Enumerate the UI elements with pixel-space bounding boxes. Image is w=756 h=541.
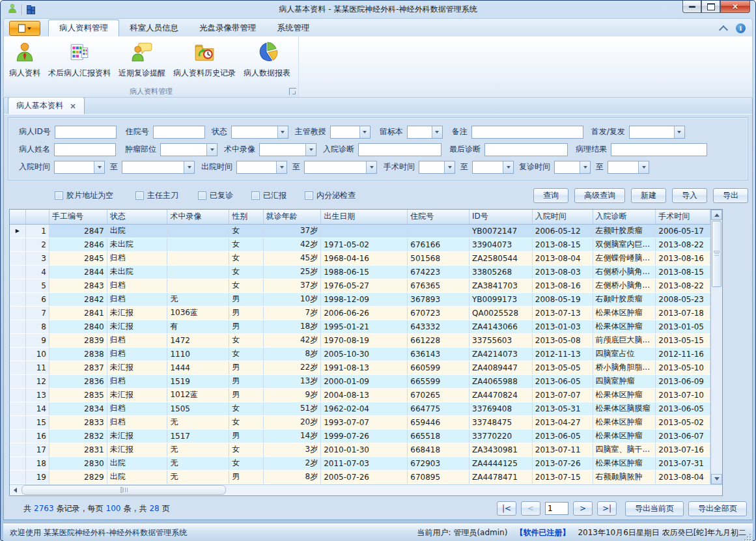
cell[interactable]: 2839 <box>49 333 107 347</box>
cell[interactable]: 未汇报 <box>107 429 167 443</box>
cell[interactable]: 2013-07-13 <box>532 306 593 320</box>
cell[interactable]: ZA4089447 <box>469 361 533 374</box>
cell[interactable] <box>167 279 229 292</box>
cell[interactable]: 男 <box>229 374 263 388</box>
cell[interactable]: 37岁 <box>263 224 321 238</box>
cell[interactable]: 2831 <box>49 443 107 456</box>
cell[interactable]: 2834 <box>49 402 107 415</box>
cell[interactable]: 2013-05-08 <box>532 333 593 347</box>
cell[interactable]: 归档 <box>107 402 167 415</box>
row-number[interactable]: 15 <box>25 415 49 429</box>
cell[interactable]: ZA4444125 <box>469 456 533 470</box>
surgery-time-from-combo[interactable] <box>419 161 455 174</box>
table-row[interactable]: 32845归档女45岁1968-04-16501568ZA25805442013… <box>10 251 710 265</box>
cell[interactable]: 2012-11-13 <box>532 347 593 361</box>
cell[interactable]: 有 <box>167 320 229 333</box>
cell[interactable]: 2013-06-05 <box>532 429 593 443</box>
cell[interactable]: 33904073 <box>469 238 533 251</box>
cell[interactable]: 左额叶胶质瘤 <box>593 224 656 238</box>
cell[interactable]: 男 <box>229 361 263 374</box>
cell[interactable]: 松果体区肿瘤 <box>593 320 656 333</box>
cell[interactable]: ZA4470824 <box>469 388 533 402</box>
cell[interactable]: 2006-05-12 <box>532 224 593 238</box>
cell[interactable]: ZA3430981 <box>469 443 533 456</box>
cell[interactable]: 出院 <box>107 224 167 238</box>
ribbon-collapse-icon[interactable] <box>719 25 728 34</box>
cell[interactable]: 无 <box>167 456 229 470</box>
chevron-down-icon[interactable] <box>277 126 288 138</box>
cell[interactable]: 2013-08-16 <box>532 279 593 292</box>
cell[interactable]: ZA4065988 <box>469 374 533 388</box>
cell[interactable]: 无 <box>167 443 229 456</box>
patient-name-input[interactable] <box>54 143 116 156</box>
cell[interactable]: 1988-06-15 <box>321 265 408 279</box>
cell[interactable]: 22岁 <box>263 361 321 374</box>
cell[interactable]: 665518 <box>408 429 469 443</box>
cell[interactable]: 无 <box>167 470 229 484</box>
cell[interactable]: 9岁 <box>263 388 321 402</box>
chevron-down-icon[interactable] <box>444 161 455 173</box>
cell[interactable]: 2004-08-13 <box>321 388 408 402</box>
cell[interactable]: 出院 <box>107 456 167 470</box>
scroll-up-icon[interactable] <box>711 210 722 220</box>
cell[interactable]: QA0025528 <box>469 306 533 320</box>
cell[interactable]: 2013-06-07 <box>656 429 710 443</box>
cell[interactable]: 女 <box>229 347 263 361</box>
cell[interactable]: 33805268 <box>469 265 533 279</box>
cell[interactable]: 1110 <box>167 347 229 361</box>
column-header[interactable] <box>25 210 49 224</box>
table-row[interactable]: 72841未汇报1036蓝男7岁2006-06-26670723QA002552… <box>10 306 710 320</box>
cell[interactable]: 20岁 <box>263 415 321 429</box>
tab-patient-basic-data[interactable]: 病人基本资料 × <box>8 97 85 114</box>
cell[interactable]: 2013-07-16 <box>656 443 710 456</box>
cell[interactable]: 归档 <box>107 333 167 347</box>
cell[interactable]: 2830 <box>49 456 107 470</box>
cell[interactable]: 2013-05-05 <box>532 361 593 374</box>
discharge-time-from-combo[interactable] <box>236 161 287 174</box>
cell[interactable]: 女 <box>229 456 263 470</box>
surgery-time-to-combo[interactable] <box>472 161 514 174</box>
ribbon-tab-disc-tape-management[interactable]: 光盘录像带管理 <box>189 20 267 36</box>
cell[interactable]: 男 <box>229 429 263 443</box>
vertical-scroll-track[interactable] <box>711 288 722 474</box>
status-combo[interactable] <box>231 126 288 139</box>
table-row[interactable]: 192829出院无男8岁2005-07-26670895ZA4478471201… <box>10 470 710 484</box>
cell[interactable]: ZA4143066 <box>469 320 533 333</box>
cell[interactable]: 25岁 <box>263 265 321 279</box>
cell[interactable]: 男 <box>229 292 263 306</box>
cell[interactable] <box>167 265 229 279</box>
chevron-down-icon[interactable] <box>674 126 684 138</box>
cell[interactable]: 1968-04-16 <box>321 251 408 265</box>
cell[interactable]: 2013-07-15 <box>532 470 593 484</box>
advanced-search-button[interactable]: 高级查询 <box>574 188 625 203</box>
cell[interactable]: 8岁 <box>263 347 321 361</box>
scroll-down-icon[interactable] <box>711 474 722 484</box>
column-header[interactable]: 手术时间 <box>656 210 710 224</box>
chevron-down-icon[interactable] <box>94 161 104 173</box>
cell[interactable]: 2013-06-05 <box>656 402 710 415</box>
column-header[interactable]: 住院号 <box>408 210 469 224</box>
first-relapse-combo[interactable] <box>629 126 685 139</box>
cell[interactable]: 661228 <box>408 333 469 347</box>
admit-time-from-combo[interactable] <box>54 161 105 174</box>
maximize-button[interactable] <box>701 1 720 13</box>
chevron-down-icon[interactable] <box>580 161 590 173</box>
row-number[interactable]: 17 <box>25 443 49 456</box>
cell[interactable]: 1036蓝 <box>167 306 229 320</box>
cell[interactable]: 676365 <box>408 279 469 292</box>
cell[interactable]: 2844 <box>49 265 107 279</box>
cell[interactable]: 2012-11-16 <box>656 347 710 361</box>
cell[interactable]: 33770220 <box>469 429 533 443</box>
export-button[interactable]: 导出 <box>713 188 748 203</box>
cell[interactable]: 33769408 <box>469 402 533 415</box>
cell[interactable]: 42岁 <box>263 333 321 347</box>
cell[interactable]: 664775 <box>408 402 469 415</box>
cell[interactable]: 未汇报 <box>107 361 167 374</box>
cell[interactable]: 2833 <box>49 415 107 429</box>
cell[interactable]: 8岁 <box>263 470 321 484</box>
cell[interactable]: 归档 <box>107 279 167 292</box>
cell[interactable]: 2013-01-05 <box>656 320 710 333</box>
last-page-button[interactable]: >| <box>597 501 617 516</box>
patient-history-button[interactable]: 病人资料历史记录 <box>169 39 240 81</box>
cell[interactable]: 501568 <box>408 251 469 265</box>
